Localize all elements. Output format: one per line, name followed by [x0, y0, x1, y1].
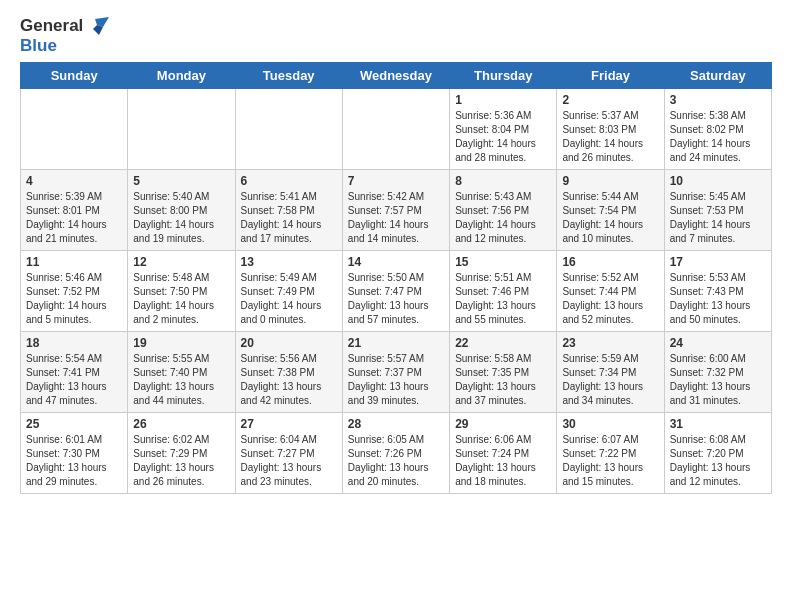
calendar-cell: 15Sunrise: 5:51 AM Sunset: 7:46 PM Dayli…	[450, 251, 557, 332]
day-number: 9	[562, 174, 658, 188]
day-info: Sunrise: 5:40 AM Sunset: 8:00 PM Dayligh…	[133, 191, 214, 244]
logo-blue: Blue	[20, 36, 57, 55]
day-number: 31	[670, 417, 766, 431]
day-number: 16	[562, 255, 658, 269]
calendar-cell: 13Sunrise: 5:49 AM Sunset: 7:49 PM Dayli…	[235, 251, 342, 332]
day-number: 8	[455, 174, 551, 188]
day-info: Sunrise: 5:51 AM Sunset: 7:46 PM Dayligh…	[455, 272, 536, 325]
calendar-header-monday: Monday	[128, 63, 235, 89]
day-number: 15	[455, 255, 551, 269]
calendar-cell	[128, 89, 235, 170]
day-info: Sunrise: 6:05 AM Sunset: 7:26 PM Dayligh…	[348, 434, 429, 487]
calendar-cell: 16Sunrise: 5:52 AM Sunset: 7:44 PM Dayli…	[557, 251, 664, 332]
day-info: Sunrise: 6:07 AM Sunset: 7:22 PM Dayligh…	[562, 434, 643, 487]
day-info: Sunrise: 5:37 AM Sunset: 8:03 PM Dayligh…	[562, 110, 643, 163]
calendar-cell: 12Sunrise: 5:48 AM Sunset: 7:50 PM Dayli…	[128, 251, 235, 332]
day-number: 18	[26, 336, 122, 350]
day-number: 11	[26, 255, 122, 269]
calendar-cell: 7Sunrise: 5:42 AM Sunset: 7:57 PM Daylig…	[342, 170, 449, 251]
day-number: 7	[348, 174, 444, 188]
calendar-cell: 28Sunrise: 6:05 AM Sunset: 7:26 PM Dayli…	[342, 413, 449, 494]
day-number: 21	[348, 336, 444, 350]
day-info: Sunrise: 5:56 AM Sunset: 7:38 PM Dayligh…	[241, 353, 322, 406]
day-number: 25	[26, 417, 122, 431]
calendar-cell: 22Sunrise: 5:58 AM Sunset: 7:35 PM Dayli…	[450, 332, 557, 413]
calendar-header-thursday: Thursday	[450, 63, 557, 89]
calendar-cell: 6Sunrise: 5:41 AM Sunset: 7:58 PM Daylig…	[235, 170, 342, 251]
calendar-cell: 30Sunrise: 6:07 AM Sunset: 7:22 PM Dayli…	[557, 413, 664, 494]
day-info: Sunrise: 5:46 AM Sunset: 7:52 PM Dayligh…	[26, 272, 107, 325]
day-number: 19	[133, 336, 229, 350]
calendar-cell	[342, 89, 449, 170]
day-info: Sunrise: 5:39 AM Sunset: 8:01 PM Dayligh…	[26, 191, 107, 244]
calendar-cell: 21Sunrise: 5:57 AM Sunset: 7:37 PM Dayli…	[342, 332, 449, 413]
day-info: Sunrise: 5:52 AM Sunset: 7:44 PM Dayligh…	[562, 272, 643, 325]
day-info: Sunrise: 6:06 AM Sunset: 7:24 PM Dayligh…	[455, 434, 536, 487]
day-number: 17	[670, 255, 766, 269]
logo: General Blue	[20, 16, 109, 56]
day-info: Sunrise: 6:08 AM Sunset: 7:20 PM Dayligh…	[670, 434, 751, 487]
calendar-cell: 17Sunrise: 5:53 AM Sunset: 7:43 PM Dayli…	[664, 251, 771, 332]
calendar-cell: 2Sunrise: 5:37 AM Sunset: 8:03 PM Daylig…	[557, 89, 664, 170]
calendar-cell: 26Sunrise: 6:02 AM Sunset: 7:29 PM Dayli…	[128, 413, 235, 494]
svg-marker-1	[93, 25, 103, 35]
day-number: 3	[670, 93, 766, 107]
calendar-cell: 14Sunrise: 5:50 AM Sunset: 7:47 PM Dayli…	[342, 251, 449, 332]
calendar-cell: 11Sunrise: 5:46 AM Sunset: 7:52 PM Dayli…	[21, 251, 128, 332]
calendar-week-row: 4Sunrise: 5:39 AM Sunset: 8:01 PM Daylig…	[21, 170, 772, 251]
calendar-cell: 24Sunrise: 6:00 AM Sunset: 7:32 PM Dayli…	[664, 332, 771, 413]
day-number: 10	[670, 174, 766, 188]
day-number: 1	[455, 93, 551, 107]
day-number: 13	[241, 255, 337, 269]
calendar-header-saturday: Saturday	[664, 63, 771, 89]
calendar-week-row: 1Sunrise: 5:36 AM Sunset: 8:04 PM Daylig…	[21, 89, 772, 170]
calendar-week-row: 11Sunrise: 5:46 AM Sunset: 7:52 PM Dayli…	[21, 251, 772, 332]
day-info: Sunrise: 6:00 AM Sunset: 7:32 PM Dayligh…	[670, 353, 751, 406]
calendar-cell: 19Sunrise: 5:55 AM Sunset: 7:40 PM Dayli…	[128, 332, 235, 413]
day-number: 23	[562, 336, 658, 350]
day-info: Sunrise: 5:44 AM Sunset: 7:54 PM Dayligh…	[562, 191, 643, 244]
logo-general: General	[20, 16, 83, 36]
calendar-header-friday: Friday	[557, 63, 664, 89]
day-info: Sunrise: 5:38 AM Sunset: 8:02 PM Dayligh…	[670, 110, 751, 163]
calendar-header-wednesday: Wednesday	[342, 63, 449, 89]
day-number: 22	[455, 336, 551, 350]
day-info: Sunrise: 5:45 AM Sunset: 7:53 PM Dayligh…	[670, 191, 751, 244]
calendar-table: SundayMondayTuesdayWednesdayThursdayFrid…	[20, 62, 772, 494]
day-info: Sunrise: 5:53 AM Sunset: 7:43 PM Dayligh…	[670, 272, 751, 325]
calendar-cell: 4Sunrise: 5:39 AM Sunset: 8:01 PM Daylig…	[21, 170, 128, 251]
calendar-cell	[235, 89, 342, 170]
calendar-cell: 29Sunrise: 6:06 AM Sunset: 7:24 PM Dayli…	[450, 413, 557, 494]
day-info: Sunrise: 5:43 AM Sunset: 7:56 PM Dayligh…	[455, 191, 536, 244]
day-info: Sunrise: 5:54 AM Sunset: 7:41 PM Dayligh…	[26, 353, 107, 406]
logo-bird-icon	[87, 17, 109, 35]
day-number: 29	[455, 417, 551, 431]
calendar-cell: 27Sunrise: 6:04 AM Sunset: 7:27 PM Dayli…	[235, 413, 342, 494]
day-number: 6	[241, 174, 337, 188]
day-info: Sunrise: 5:41 AM Sunset: 7:58 PM Dayligh…	[241, 191, 322, 244]
day-number: 12	[133, 255, 229, 269]
day-number: 14	[348, 255, 444, 269]
calendar-cell: 20Sunrise: 5:56 AM Sunset: 7:38 PM Dayli…	[235, 332, 342, 413]
calendar-cell: 23Sunrise: 5:59 AM Sunset: 7:34 PM Dayli…	[557, 332, 664, 413]
calendar-cell: 10Sunrise: 5:45 AM Sunset: 7:53 PM Dayli…	[664, 170, 771, 251]
day-number: 26	[133, 417, 229, 431]
day-info: Sunrise: 5:50 AM Sunset: 7:47 PM Dayligh…	[348, 272, 429, 325]
calendar-header-tuesday: Tuesday	[235, 63, 342, 89]
day-number: 28	[348, 417, 444, 431]
calendar-cell: 31Sunrise: 6:08 AM Sunset: 7:20 PM Dayli…	[664, 413, 771, 494]
calendar-cell: 25Sunrise: 6:01 AM Sunset: 7:30 PM Dayli…	[21, 413, 128, 494]
day-number: 27	[241, 417, 337, 431]
calendar-week-row: 25Sunrise: 6:01 AM Sunset: 7:30 PM Dayli…	[21, 413, 772, 494]
day-info: Sunrise: 5:58 AM Sunset: 7:35 PM Dayligh…	[455, 353, 536, 406]
day-info: Sunrise: 6:04 AM Sunset: 7:27 PM Dayligh…	[241, 434, 322, 487]
calendar-week-row: 18Sunrise: 5:54 AM Sunset: 7:41 PM Dayli…	[21, 332, 772, 413]
day-number: 5	[133, 174, 229, 188]
calendar-cell: 5Sunrise: 5:40 AM Sunset: 8:00 PM Daylig…	[128, 170, 235, 251]
calendar-header-sunday: Sunday	[21, 63, 128, 89]
day-info: Sunrise: 6:02 AM Sunset: 7:29 PM Dayligh…	[133, 434, 214, 487]
calendar-cell: 8Sunrise: 5:43 AM Sunset: 7:56 PM Daylig…	[450, 170, 557, 251]
calendar-body: 1Sunrise: 5:36 AM Sunset: 8:04 PM Daylig…	[21, 89, 772, 494]
day-info: Sunrise: 5:48 AM Sunset: 7:50 PM Dayligh…	[133, 272, 214, 325]
day-info: Sunrise: 5:49 AM Sunset: 7:49 PM Dayligh…	[241, 272, 322, 325]
